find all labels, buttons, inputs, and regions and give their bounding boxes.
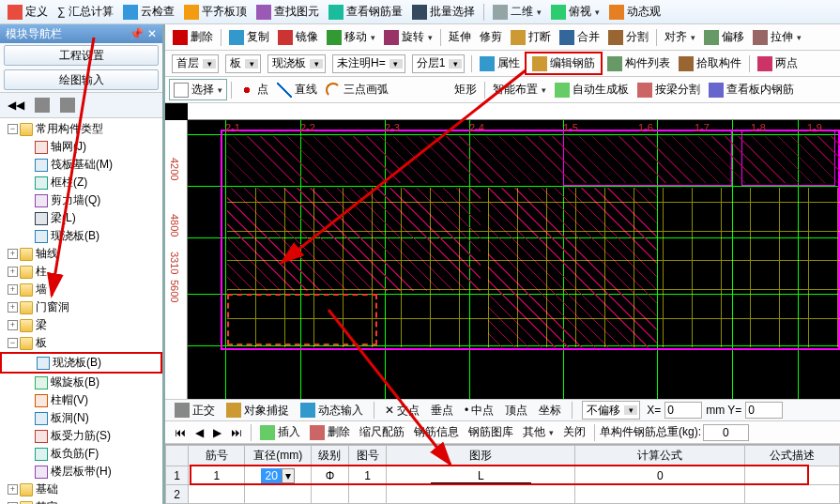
category-select[interactable]: 板▾ xyxy=(225,54,261,73)
collapse-left-icon[interactable]: ◀◀ xyxy=(4,96,28,115)
component-tree[interactable]: −常用构件类型轴网(J)筏板基础(M)框柱(Z)剪力墙(Q)梁(L)现浇板(B)… xyxy=(0,118,162,504)
nav-first-icon[interactable]: ⏮ xyxy=(171,424,190,441)
tree-node-墙[interactable]: +墙 xyxy=(0,281,162,298)
tree-node-常用构件类型[interactable]: −常用构件类型 xyxy=(0,120,162,138)
layer-num-select[interactable]: 分层1▾ xyxy=(412,54,466,73)
tree-node-框柱(Z)[interactable]: 框柱(Z) xyxy=(0,174,162,191)
auto-slab-tool[interactable]: 自动生成板 xyxy=(551,80,633,99)
x-input[interactable] xyxy=(664,402,702,419)
vertex-snap[interactable]: 顶点 xyxy=(501,401,531,420)
move-button[interactable]: 移动▾ xyxy=(323,27,379,47)
smart-layout-tool[interactable]: 智能布置▾ xyxy=(489,80,550,99)
dynamic-view-button[interactable]: 动态观 xyxy=(605,2,664,22)
tree-node-剪力墙(Q)[interactable]: 剪力墙(Q) xyxy=(0,191,162,209)
tree-node-柱帽(V)[interactable]: 柱帽(V) xyxy=(0,391,162,409)
extend-button[interactable]: 延伸 xyxy=(445,27,475,47)
offset-button[interactable]: 偏移 xyxy=(700,27,748,47)
coord-snap[interactable]: 坐标 xyxy=(535,401,565,420)
height-select[interactable]: 未注明H=▾ xyxy=(332,54,405,73)
batch-select-button[interactable]: 批量选择 xyxy=(408,2,479,22)
perp-snap[interactable]: 垂点 xyxy=(427,401,457,420)
tree-node-螺旋板(B)[interactable]: 螺旋板(B) xyxy=(0,374,162,391)
other-button[interactable]: 其他▾ xyxy=(519,422,557,442)
osnap-toggle[interactable]: 对象捕捉 xyxy=(222,401,293,420)
tree-tool-icon[interactable] xyxy=(31,96,53,115)
find-element-button[interactable]: 查找图元 xyxy=(252,2,323,22)
insert-row-button[interactable]: 插入 xyxy=(256,422,304,442)
stretch-button[interactable]: 拉伸▾ xyxy=(749,27,805,47)
nav-prev-icon[interactable]: ◀ xyxy=(191,424,207,441)
view-slab-rebar-tool[interactable]: 查看板内钢筋 xyxy=(705,80,798,99)
tree-node-基础[interactable]: +基础 xyxy=(0,481,162,498)
split-by-beam-tool[interactable]: 按梁分割 xyxy=(634,80,704,99)
close-panel-icon[interactable]: ✕ xyxy=(147,27,157,40)
module-nav-panel: 模块导航栏 📌 ✕ 工程设置 绘图输入 ◀◀ −常用构件类型轴网(J)筏板基础(… xyxy=(0,24,165,504)
trim-button[interactable]: 修剪 xyxy=(476,27,506,47)
sum-calc-button[interactable]: ∑ 汇总计算 xyxy=(53,2,117,22)
nav-last-icon[interactable]: ⏭ xyxy=(227,424,246,441)
pick-component-button[interactable]: 拾取构件 xyxy=(675,53,745,73)
rect-tool[interactable]: 矩形 xyxy=(451,80,481,99)
rotate-button[interactable]: 旋转▾ xyxy=(380,27,436,47)
ortho-toggle[interactable]: 正交 xyxy=(171,401,219,420)
intersect-snap[interactable]: ✕ 交点 xyxy=(381,401,423,420)
tree-node-梁(L)[interactable]: 梁(L) xyxy=(0,209,162,227)
tree-tool2-icon[interactable] xyxy=(56,96,79,115)
tree-node-梁[interactable]: +梁 xyxy=(0,316,162,334)
floor-select[interactable]: 首层▾ xyxy=(172,54,219,73)
nav-next-icon[interactable]: ▶ xyxy=(209,424,225,441)
component-list-button[interactable]: 构件列表 xyxy=(603,53,674,73)
project-settings-button[interactable]: 工程设置 xyxy=(4,45,159,66)
tree-node-轴网(J)[interactable]: 轴网(J) xyxy=(0,138,162,156)
top-view-button[interactable]: 俯视▾ xyxy=(547,2,603,22)
line-tool[interactable]: 直线 xyxy=(273,80,321,99)
close-grid-button[interactable]: 关闭 xyxy=(559,422,589,442)
scale-rebar-button[interactable]: 缩尺配筋 xyxy=(356,422,408,442)
tree-node-轴线[interactable]: +轴线 xyxy=(0,245,162,263)
pin-icon[interactable]: 📌 xyxy=(130,27,144,40)
2d-view-button[interactable]: 二维▾ xyxy=(489,2,545,22)
tree-node-现浇板(B)[interactable]: 现浇板(B) xyxy=(0,352,162,374)
dyn-input-toggle[interactable]: 动态输入 xyxy=(297,401,367,420)
arc-tool[interactable]: 三点画弧 xyxy=(322,80,392,99)
properties-button[interactable]: 属性 xyxy=(476,53,524,73)
rebar-data-grid[interactable]: 筋号直径(mm)级别图号图形计算公式公式描述1120▾Φ1L02 xyxy=(165,444,840,504)
table-row[interactable]: 1120▾Φ1L0 xyxy=(166,466,840,485)
tree-node-板洞(N)[interactable]: 板洞(N) xyxy=(0,409,162,427)
copy-button[interactable]: 复制 xyxy=(225,27,273,47)
rebar-info-button[interactable]: 钢筋信息 xyxy=(410,422,463,442)
two-point-button[interactable]: 两点 xyxy=(754,53,802,73)
tree-node-其它[interactable]: +其它 xyxy=(0,498,162,504)
cloud-check-button[interactable]: 云检查 xyxy=(119,2,178,22)
mirror-button[interactable]: 镜像 xyxy=(274,27,322,47)
break-button[interactable]: 打断 xyxy=(507,27,555,47)
table-row[interactable]: 2 xyxy=(166,485,840,504)
define-button[interactable]: 定义 xyxy=(4,2,52,22)
tree-node-板[interactable]: −板 xyxy=(0,334,162,352)
split-button[interactable]: 分割 xyxy=(604,27,652,47)
tree-node-楼层板带(H)[interactable]: 楼层板带(H) xyxy=(0,463,162,481)
select-tool[interactable]: 选择▾ xyxy=(169,79,227,100)
edit-rebar-button[interactable]: 编辑钢筋 xyxy=(525,52,603,75)
tree-node-门窗洞[interactable]: +门窗洞 xyxy=(0,298,162,316)
mid-snap[interactable]: • 中点 xyxy=(461,401,497,420)
tree-node-板负筋(F)[interactable]: 板负筋(F) xyxy=(0,445,162,463)
tree-node-现浇板(B)[interactable]: 现浇板(B) xyxy=(0,227,162,245)
point-tool[interactable]: 点 xyxy=(236,80,272,99)
align-slab-button[interactable]: 平齐板顶 xyxy=(180,2,251,22)
view-rebar-button[interactable]: 查看钢筋量 xyxy=(325,2,406,22)
align-button[interactable]: 对齐▾ xyxy=(661,27,699,47)
tree-node-筏板基础(M)[interactable]: 筏板基础(M) xyxy=(0,156,162,174)
y-input[interactable] xyxy=(745,402,783,419)
delete-button[interactable]: 删除 xyxy=(169,27,217,47)
delete-row-button[interactable]: 删除 xyxy=(306,422,354,442)
draw-input-button[interactable]: 绘图输入 xyxy=(4,69,159,90)
tree-node-板受力筋(S)[interactable]: 板受力筋(S) xyxy=(0,427,162,445)
offset-mode-select[interactable]: 不偏移▾ xyxy=(582,401,640,420)
merge-button[interactable]: 合并 xyxy=(556,27,603,47)
rebar-lib-button[interactable]: 钢筋图库 xyxy=(465,422,517,442)
component-select[interactable]: 现浇板▾ xyxy=(267,54,326,73)
tree-node-柱[interactable]: +柱 xyxy=(0,263,162,281)
draw-toolbar: 选择▾ 点 直线 三点画弧 矩形 智能布置▾ 自动生成板 按梁分割 查看板内钢筋 xyxy=(165,77,840,103)
drawing-canvas[interactable]: 3310 5600 4800 4200 xyxy=(165,103,840,399)
